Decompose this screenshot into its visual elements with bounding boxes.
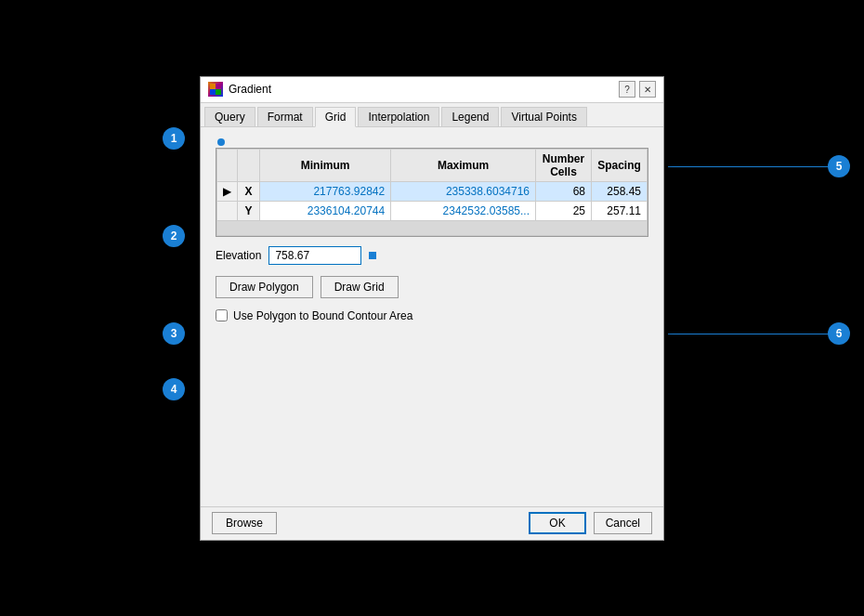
row-x-maximum[interactable]: 235338.6034716 (391, 181, 536, 201)
tab-format[interactable]: Format (257, 107, 313, 126)
row-x-spacing[interactable]: 258.45 (592, 181, 648, 201)
close-button[interactable]: ✕ (639, 81, 656, 98)
ok-button[interactable]: OK (529, 512, 585, 534)
browse-button[interactable]: Browse (212, 512, 277, 534)
dialog: Gradient ? ✕ Query Format Grid Interpola… (200, 76, 664, 541)
elevation-input[interactable] (268, 246, 361, 265)
row-y-label: Y (238, 201, 260, 220)
elevation-label: Elevation (216, 249, 261, 262)
col-minimum-header: Minimum (260, 149, 391, 181)
col-spacing-header: Spacing (592, 149, 648, 181)
row-y-minimum[interactable]: 2336104.20744 (260, 201, 391, 220)
tab-interpolation[interactable]: Interpolation (358, 107, 439, 126)
draw-buttons-row: Draw Polygon Draw Grid (216, 276, 648, 298)
svg-rect-3 (216, 89, 221, 95)
annotation-2: 2 (163, 225, 185, 247)
tab-query[interactable]: Query (204, 107, 255, 126)
svg-rect-0 (210, 84, 216, 89)
row-x-arrow: ▶ (217, 181, 238, 201)
svg-rect-2 (210, 89, 216, 95)
help-button[interactable]: ? (619, 81, 635, 98)
table-row[interactable]: Y 2336104.20744 2342532.03585... 25 257.… (217, 201, 648, 220)
table-row-empty (217, 220, 648, 235)
annotation-1: 1 (163, 127, 185, 150)
svg-rect-1 (216, 84, 221, 89)
title-bar: Gradient ? ✕ (201, 77, 663, 103)
checkbox-row: Use Polygon to Bound Contour Area (216, 309, 648, 322)
bottom-bar: Browse OK Cancel (201, 506, 663, 540)
annotation-3: 3 (163, 322, 185, 345)
dialog-title: Gradient (229, 83, 271, 96)
row-x-label: X (238, 181, 260, 201)
row-x-minimum[interactable]: 217763.92842 (260, 181, 391, 201)
grid-table: Minimum Maximum NumberCells Spacing ▶ X … (216, 149, 648, 236)
draw-polygon-button[interactable]: Draw Polygon (216, 276, 313, 298)
grid-table-container: Minimum Maximum NumberCells Spacing ▶ X … (216, 148, 648, 237)
polygon-bound-label: Use Polygon to Bound Contour Area (233, 309, 412, 322)
table-row[interactable]: ▶ X 217763.92842 235338.6034716 68 258.4… (217, 181, 648, 201)
polygon-bound-checkbox[interactable] (216, 309, 228, 321)
row-x-cells[interactable]: 68 (536, 181, 592, 201)
row-y-maximum[interactable]: 2342532.03585... (391, 201, 536, 220)
tab-legend[interactable]: Legend (441, 107, 499, 126)
col-cells-header: NumberCells (536, 149, 592, 181)
col-arrow-header (217, 149, 238, 181)
tab-virtual-points[interactable]: Virtual Points (501, 107, 586, 126)
elevation-row: Elevation (216, 246, 648, 265)
col-axis-header (238, 149, 260, 181)
tab-grid[interactable]: Grid (315, 107, 357, 127)
content-area: Minimum Maximum NumberCells Spacing ▶ X … (201, 127, 663, 339)
tab-bar: Query Format Grid Interpolation Legend V… (201, 103, 663, 127)
annotation-4: 4 (163, 378, 185, 400)
row-y-spacing[interactable]: 257.11 (592, 201, 648, 220)
row-y-arrow (217, 201, 238, 220)
cancel-button[interactable]: Cancel (594, 512, 652, 534)
row-y-cells[interactable]: 25 (536, 201, 592, 220)
app-icon (208, 82, 223, 97)
col-maximum-header: Maximum (391, 149, 536, 181)
table-indicator-dot (217, 138, 225, 146)
draw-grid-button[interactable]: Draw Grid (321, 276, 399, 298)
elevation-dot (369, 252, 376, 259)
